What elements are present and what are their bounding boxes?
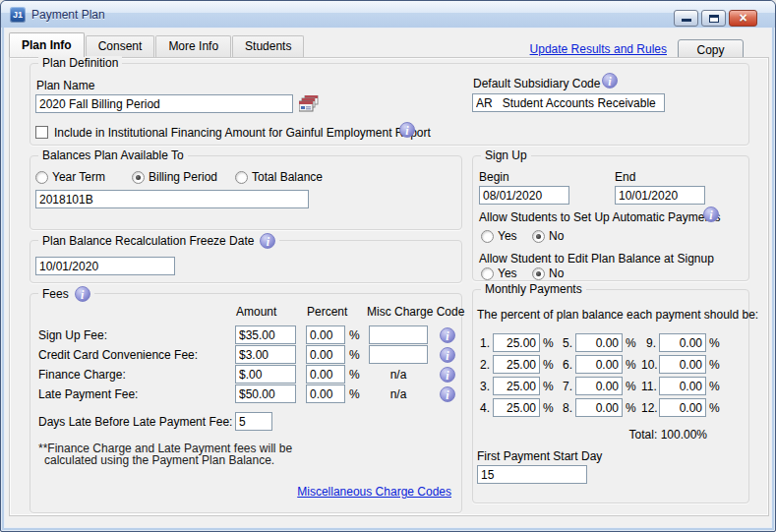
- percent-symbol: %: [543, 336, 554, 350]
- tab-students[interactable]: Students: [232, 35, 304, 57]
- sign-up-fee-percent-input[interactable]: [306, 325, 345, 344]
- sign-up-fee-row: Sign Up Fee: % i: [38, 325, 455, 344]
- payment-10-input[interactable]: [659, 355, 706, 374]
- finance-charge-info-icon[interactable]: i: [440, 367, 455, 383]
- freeze-date-input[interactable]: [35, 257, 175, 275]
- percent-symbol: %: [709, 401, 720, 415]
- late-payment-fee-percent-input[interactable]: [306, 384, 345, 403]
- payment-6-input[interactable]: [575, 355, 623, 374]
- window-title: Payment Plan: [31, 8, 105, 22]
- percent-column-header: Percent: [307, 305, 347, 319]
- auto-payments-no-radio[interactable]: [532, 230, 545, 243]
- gainful-employment-checkbox[interactable]: [35, 126, 48, 139]
- year-term-radio[interactable]: [35, 171, 48, 184]
- freeze-date-group: Plan Balance Recalculation Freeze Date i: [30, 240, 462, 283]
- begin-label: Begin: [479, 170, 509, 184]
- amount-column-header: Amount: [236, 305, 276, 319]
- late-payment-fee-amount-input[interactable]: [235, 384, 296, 403]
- freeze-date-info-icon[interactable]: i: [260, 233, 275, 249]
- percent-symbol: %: [543, 401, 554, 415]
- payment-3-input[interactable]: [493, 377, 540, 395]
- payment-3-number: 3.: [475, 380, 490, 393]
- payment-1-input[interactable]: [493, 333, 540, 352]
- tab-consent[interactable]: Consent: [86, 35, 155, 57]
- sign-up-fee-amount-input[interactable]: [235, 325, 296, 344]
- edit-balance-yes-radio[interactable]: [481, 267, 494, 280]
- plan-info-tab-page: Plan Definition Plan Name Include in Ins…: [9, 57, 769, 516]
- maximize-button[interactable]: [701, 10, 726, 27]
- percent-symbol: %: [626, 380, 636, 393]
- payment-4-input[interactable]: [493, 398, 540, 417]
- payment-11-number: 11.: [641, 380, 656, 393]
- auto-payments-yes-radio[interactable]: [481, 230, 494, 243]
- payment-2-input[interactable]: [493, 355, 540, 374]
- billing-period-radio[interactable]: [132, 171, 145, 184]
- plan-definition-title: Plan Definition: [38, 56, 122, 70]
- cc-convenience-fee-label: Credit Card Convenience Fee:: [38, 348, 235, 362]
- billing-period-label: Billing Period: [149, 170, 217, 184]
- cc-convenience-fee-misc-code-input[interactable]: [369, 345, 428, 364]
- cc-convenience-fee-row: Credit Card Convenience Fee: % i: [38, 345, 455, 364]
- balances-title: Balances Plan Available To: [38, 148, 188, 162]
- sign-up-fee-misc-code-input[interactable]: [369, 325, 428, 344]
- monthly-payments-group: Monthly Payments The percent of plan bal…: [472, 289, 749, 503]
- auto-payments-no-label: No: [549, 229, 564, 243]
- begin-date-input[interactable]: [479, 186, 569, 205]
- fees-info-icon[interactable]: i: [75, 286, 90, 302]
- finance-charge-amount-input[interactable]: [235, 365, 296, 384]
- misc-charge-codes-link[interactable]: Miscellaneous Charge Codes: [297, 485, 451, 499]
- default-subsidiary-info-icon[interactable]: i: [602, 73, 618, 89]
- sign-up-title: Sign Up: [481, 148, 531, 162]
- payment-5-input[interactable]: [575, 333, 623, 352]
- fees-group: Fees i Amount Percent Misc Charge Code S…: [30, 293, 462, 513]
- late-payment-fee-info-icon[interactable]: i: [440, 386, 455, 402]
- fees-title: Fees: [42, 287, 69, 301]
- sign-up-group: Sign Up Begin End Allow Students to Set …: [472, 155, 749, 281]
- cc-convenience-fee-percent-input[interactable]: [306, 345, 345, 364]
- payment-5-number: 5.: [558, 336, 572, 350]
- days-late-input[interactable]: [235, 412, 272, 431]
- default-subsidiary-label: Default Subsidiary Code: [473, 77, 600, 90]
- total-balance-radio[interactable]: [235, 171, 248, 184]
- payment-8-number: 8.: [558, 401, 572, 415]
- payment-1-number: 1.: [475, 336, 490, 350]
- total-line: Total: 100.00%: [629, 428, 707, 442]
- payment-10-number: 10.: [641, 358, 656, 372]
- percent-symbol: %: [626, 358, 636, 372]
- monthly-payments-title: Monthly Payments: [481, 282, 586, 296]
- billing-period-code-input[interactable]: [35, 190, 309, 208]
- auto-payments-info-icon[interactable]: i: [703, 207, 719, 222]
- close-button[interactable]: ×: [729, 10, 757, 27]
- misc-charge-code-column-header: Misc Charge Code: [367, 305, 464, 319]
- payment-2-number: 2.: [475, 358, 490, 372]
- minimize-button[interactable]: [674, 10, 698, 27]
- total-value: 100.00%: [661, 428, 707, 442]
- cc-convenience-fee-amount-input[interactable]: [235, 345, 296, 364]
- plan-name-translations-icon[interactable]: [299, 95, 319, 112]
- fees-note-line2: calculated using the Payment Plan Balanc…: [44, 453, 274, 467]
- default-subsidiary-input[interactable]: [472, 93, 665, 112]
- end-date-input[interactable]: [615, 186, 705, 205]
- payment-7-input[interactable]: [575, 377, 623, 395]
- tab-strip: Plan Info Consent More Info Students Upd…: [9, 32, 767, 57]
- payments-column-3: 9.% 10.% 11.% 12.%: [641, 333, 726, 420]
- first-payment-start-day-input[interactable]: [477, 465, 587, 484]
- update-results-link[interactable]: Update Results and Rules: [530, 42, 667, 56]
- percent-symbol: %: [349, 348, 358, 362]
- late-payment-fee-label: Late Payment Fee:: [38, 387, 235, 401]
- tab-more-info[interactable]: More Info: [155, 35, 231, 57]
- edit-balance-no-radio[interactable]: [532, 267, 545, 280]
- plan-name-input[interactable]: [35, 94, 293, 113]
- payment-11-input[interactable]: [659, 377, 706, 395]
- payment-8-input[interactable]: [575, 398, 623, 417]
- payment-12-input[interactable]: [659, 398, 706, 417]
- late-payment-fee-misc-na: n/a: [369, 387, 428, 401]
- percent-symbol: %: [626, 401, 636, 415]
- finance-charge-percent-input[interactable]: [306, 365, 345, 384]
- tab-plan-info[interactable]: Plan Info: [9, 32, 85, 57]
- payment-9-input[interactable]: [659, 333, 706, 352]
- gainful-employment-info-icon[interactable]: i: [399, 122, 415, 138]
- sign-up-fee-info-icon[interactable]: i: [440, 327, 455, 343]
- title-bar[interactable]: J1 Payment Plan ×: [1, 1, 775, 28]
- cc-convenience-fee-info-icon[interactable]: i: [440, 347, 455, 363]
